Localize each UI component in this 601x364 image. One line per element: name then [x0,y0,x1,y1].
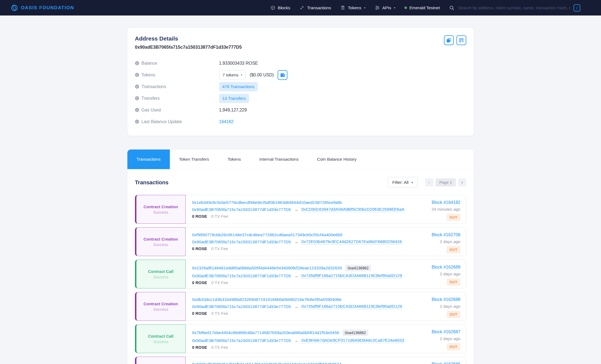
search-shortcut-key: / [574,4,580,11]
chevron-down-icon: ▾ [241,73,242,76]
to-address-link[interactable]: 0x735df9F166a2715bCA3D3A66B119CBef95a0D1… [301,304,402,309]
transaction-row: Contract Call Success 0x7bf6ed17ebe4454c… [135,324,466,353]
section-title: Transactions [135,179,168,186]
search-input[interactable] [458,5,580,10]
arrow-right-icon: → [294,304,298,309]
copy-address-button[interactable] [444,35,454,45]
nav-item-apis[interactable]: APIs ▾ [375,5,395,10]
tx-fee: 0 TX Fee [211,280,228,285]
detail-row-tokens: i Tokens 7 tokens ▾ ($0.00 USD) [135,69,466,81]
from-address-link[interactable]: 0x90adE3B7065fa715c7a150313877dF1d33e777… [192,239,291,244]
block-link[interactable]: Block #162706 [432,232,461,237]
tab-internal-transactions[interactable]: Internal Transactions [250,150,308,169]
chevron-down-icon: ▾ [364,6,365,9]
last-balance-update-block-link[interactable]: 164182 [219,119,234,124]
tx-type-badge: Contract Creation Success [135,195,186,224]
to-address-link[interactable]: 0xCD9d163947d3A58A9Bf5C95bcD2063E2599EE6… [301,207,404,212]
info-icon: i [135,73,139,77]
from-address-link[interactable]: 0x90adE3B7065fa715c7a150313877dF1d33e777… [192,273,291,278]
arrow-right-icon: → [294,207,298,212]
gas-used-value: 1,949,127,229 [219,108,247,113]
block-link[interactable]: Block #162688 [432,297,461,302]
detail-row-last-balance-update: i Last Balance Update 164182 [135,116,466,127]
from-address-link[interactable]: 0x90adE3B7065fa715c7a150313877dF1d33e777… [192,207,291,212]
status-badge: Success [153,275,168,279]
qr-code-icon [459,38,464,43]
status-badge: Success [153,210,168,214]
nav-item-label: Blocks [278,5,290,10]
tx-type-badge: Contract Creation Success [135,357,186,364]
nav-item-label: Transactions [307,5,331,10]
chevron-down-icon: ▾ [412,181,413,184]
tx-hash-link[interactable]: 0x1eb349c6c5cbe5778cdbecdf46e8e2bdf3b186… [192,200,342,205]
balance-value: 1.933003433 ROSE [219,61,258,66]
filter-dropdown[interactable]: Filter: All ▾ [388,177,417,188]
chevron-down-icon: ▾ [394,6,395,9]
tokens-dropdown[interactable]: 7 tokens ▾ [219,70,246,80]
tab-transactions[interactable]: Transactions [127,150,170,169]
qr-code-button[interactable] [456,35,466,45]
address-hash: 0x90adE3B7065fa715c7a150313877dF1d33e777… [135,45,242,50]
tx-fee: 0 TX Fee [211,345,228,350]
block-link[interactable]: Block #164182 [432,200,461,205]
detail-row-balance: i Balance 1.933003433 ROSE [135,57,466,69]
swap-arrows-icon [299,5,305,10]
transaction-row: Contract Creation Success 0xf9950779cbb2… [135,227,466,256]
next-page-button[interactable] [458,178,466,186]
prev-page-button[interactable] [425,178,433,186]
tx-hash-link[interactable]: 0xf9950779cbb26c06148e37cdc4bea772862cd6… [192,232,342,237]
to-address-link[interactable]: 0x735df9F166a2715bCA3D3A66B119CBef95a0D1… [301,273,402,278]
to-address-link[interactable]: 0x72E03b487fe3EC44d2627D67Ea96d766B02584… [301,239,402,244]
tx-age: 2 days ago [440,336,461,341]
tx-age: 2 days ago [440,272,461,276]
tx-fee: 0 TX Fee [211,311,228,316]
block-link[interactable]: Block #162689 [432,265,461,270]
tx-hash-link[interactable]: 0x7bf6ed17ebe4454c86d89fc68a7714fd07b59a… [192,330,339,335]
pagination: Page 1 [425,178,466,186]
nav-item-tokens[interactable]: Tokens ▾ [340,5,365,10]
from-address-link[interactable]: 0x90adE3B7065fa715c7a150313877dF1d33e777… [192,304,291,309]
transfers-count-badge[interactable]: 13 Transfers [219,94,249,103]
direction-badge: OUT [447,246,461,253]
tab-coin-balance-history[interactable]: Coin Balance History [308,150,366,169]
tx-type-badge: Contract Call Success [135,324,186,353]
brand-logo[interactable]: OASIS FOUNDATION [11,4,74,11]
info-icon: i [135,61,139,65]
oasis-logo-icon [11,4,18,11]
tab-token-transfers[interactable]: Token Transfers [170,150,218,169]
transactions-panel: Transactions Token Transfers Tokens Inte… [127,150,474,364]
detail-row-transactions: i Transactions 478 Transactions [135,81,466,92]
transactions-count-badge[interactable]: 478 Transactions [219,82,258,91]
direction-badge: OUT [447,214,461,221]
info-icon: i [135,108,139,112]
address-details-card: Address Details 0x90adE3B7065fa715c7a150… [127,28,474,136]
status-badge: Success [153,307,168,312]
info-icon: i [135,96,139,100]
nav-item-blocks[interactable]: Blocks [270,5,290,10]
tx-hash-link[interactable]: 0xdb33dcc1d3b31b498fa9232694871919166bfa… [192,297,342,302]
block-link[interactable]: Block #162686 [432,362,461,364]
detail-row-gas-used: i Gas Used 1,949,127,229 [135,104,466,116]
direction-badge: OUT [447,343,461,350]
transactions-list: Contract Creation Success 0x1eb349c6c5cb… [135,195,466,364]
block-link[interactable]: Block #162687 [432,329,461,334]
status-badge: Success [153,242,168,247]
tx-hash-link[interactable]: 0x2326af8146461edd85a0bb6a505f4d4448e543… [192,266,342,270]
to-address-link[interactable]: 0xE9FAfe7dADe9CF0171d9A9D9A8c2Ca67E24e80… [301,338,404,343]
nav-item-transactions[interactable]: Transactions [299,5,331,10]
nav-menu: Blocks Transactions Tokens ▾ [270,5,580,11]
arrow-right-icon: → [294,273,298,278]
search-icon [449,5,455,11]
nav-item-network[interactable]: Emerald Testnet [404,5,440,10]
tab-tokens[interactable]: Tokens [218,150,250,169]
tx-age: 2 days ago [440,239,461,244]
wallet-button[interactable] [278,70,287,80]
page-title: Address Details [135,35,242,42]
tx-value: 0 ROSE [192,345,207,350]
tx-hash-link[interactable]: 0x6006af079803513f41fb21c551d96423d6067b… [192,362,342,364]
from-address-link[interactable]: 0x90adE3B7065fa715c7a150313877dF1d33e777… [192,338,291,343]
method-id-pill: 0xa4136862 [342,329,368,336]
tx-value: 0 ROSE [192,246,207,251]
page-indicator: Page 1 [436,178,456,186]
tx-type-badge: Contract Creation Success [135,227,186,256]
